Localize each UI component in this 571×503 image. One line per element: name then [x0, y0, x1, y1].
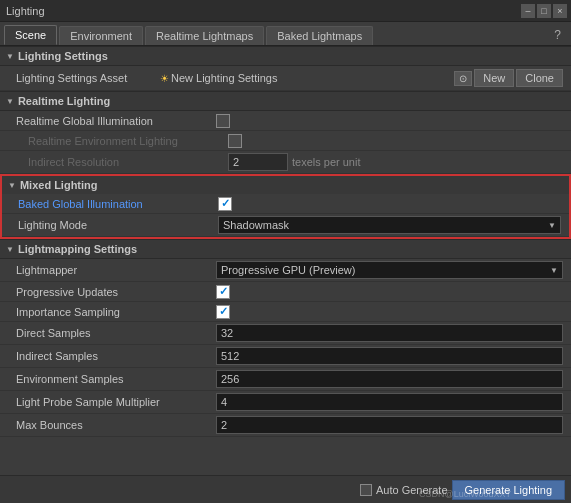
sun-icon: ☀	[160, 73, 169, 84]
direct-samples-input[interactable]	[216, 324, 563, 342]
lightmapper-value-text: Progressive GPU (Preview)	[221, 264, 355, 276]
main-content: ▼ Lighting Settings Lighting Settings As…	[0, 46, 571, 499]
direct-samples-value	[216, 324, 563, 342]
lighting-mode-row: Lighting Mode Shadowmask ▼	[2, 214, 569, 237]
baked-gi-value	[218, 197, 561, 211]
max-bounces-label: Max Bounces	[16, 419, 216, 431]
indirect-samples-input[interactable]	[216, 347, 563, 365]
lighting-mode-dropdown[interactable]: Shadowmask ▼	[218, 216, 561, 234]
mixed-lighting-section: ▼ Mixed Lighting Baked Global Illuminati…	[0, 174, 571, 239]
realtime-global-checkbox[interactable]	[216, 114, 230, 128]
realtime-global-row: Realtime Global Illumination	[0, 111, 571, 131]
indirect-resolution-input[interactable]	[228, 153, 288, 171]
window-controls: – □ ×	[521, 4, 567, 18]
generate-lighting-button[interactable]: Generate Lighting	[452, 480, 565, 500]
lightmapping-settings-header[interactable]: ▼ Lightmapping Settings	[0, 239, 571, 259]
help-icon[interactable]: ?	[548, 26, 567, 44]
asset-name-text: New Lighting Settings	[171, 72, 277, 84]
environment-samples-row: Environment Samples	[0, 368, 571, 391]
realtime-env-checkbox[interactable]	[228, 134, 242, 148]
asset-row-label: Lighting Settings Asset	[16, 72, 156, 84]
auto-generate-label: Auto Generate	[376, 484, 448, 496]
lighting-mode-label: Lighting Mode	[18, 219, 218, 231]
lighting-mode-value: Shadowmask ▼	[218, 216, 561, 234]
realtime-env-label: Realtime Environment Lighting	[28, 135, 228, 147]
progressive-updates-checkbox[interactable]	[216, 285, 230, 299]
texels-label: texels per unit	[292, 156, 360, 168]
tab-realtime-lightmaps[interactable]: Realtime Lightmaps	[145, 26, 264, 45]
window-title: Lighting	[6, 5, 45, 17]
new-button[interactable]: New	[474, 69, 514, 87]
light-probe-label: Light Probe Sample Multiplier	[16, 396, 216, 408]
indirect-resolution-value: texels per unit	[228, 153, 563, 171]
lighting-mode-value-text: Shadowmask	[223, 219, 289, 231]
realtime-lighting-header[interactable]: ▼ Realtime Lighting	[0, 91, 571, 111]
environment-samples-input[interactable]	[216, 370, 563, 388]
tab-scene[interactable]: Scene	[4, 25, 57, 45]
lightmapping-settings-title: Lightmapping Settings	[18, 243, 137, 255]
max-bounces-value	[216, 416, 563, 434]
chevron-down-icon: ▼	[6, 52, 14, 61]
baked-gi-label: Baked Global Illumination	[18, 198, 218, 210]
asset-dot-button[interactable]: ⊙	[454, 71, 472, 86]
lightmapper-label: Lightmapper	[16, 264, 216, 276]
progressive-updates-row: Progressive Updates	[0, 282, 571, 302]
close-button[interactable]: ×	[553, 4, 567, 18]
realtime-global-label: Realtime Global Illumination	[16, 115, 216, 127]
realtime-env-row: Realtime Environment Lighting	[0, 131, 571, 151]
lightmapper-row: Lightmapper Progressive GPU (Preview) ▼	[0, 259, 571, 282]
clone-button[interactable]: Clone	[516, 69, 563, 87]
baked-gi-checkbox[interactable]	[218, 197, 232, 211]
chevron-down-icon-4: ▼	[6, 245, 14, 254]
bottom-bar: Auto Generate Generate Lighting	[0, 475, 571, 503]
chevron-down-icon-3: ▼	[8, 181, 16, 190]
progressive-updates-label: Progressive Updates	[16, 286, 216, 298]
importance-sampling-label: Importance Sampling	[16, 306, 216, 318]
auto-generate-row: Auto Generate	[360, 484, 448, 496]
dropdown-arrow-icon: ▼	[548, 221, 556, 230]
tabs-bar: Scene Environment Realtime Lightmaps Bak…	[0, 22, 571, 46]
mixed-lighting-title: Mixed Lighting	[20, 179, 98, 191]
light-probe-value	[216, 393, 563, 411]
indirect-resolution-label: Indirect Resolution	[28, 156, 228, 168]
lightmapper-dropdown[interactable]: Progressive GPU (Preview) ▼	[216, 261, 563, 279]
environment-samples-value	[216, 370, 563, 388]
max-bounces-input[interactable]	[216, 416, 563, 434]
baked-gi-row: Baked Global Illumination	[2, 194, 569, 214]
lighting-settings-title: Lighting Settings	[18, 50, 108, 62]
realtime-env-value	[228, 134, 563, 148]
indirect-samples-row: Indirect Samples	[0, 345, 571, 368]
auto-generate-checkbox[interactable]	[360, 484, 372, 496]
light-probe-input[interactable]	[216, 393, 563, 411]
tab-baked-lightmaps[interactable]: Baked Lightmaps	[266, 26, 373, 45]
minimize-button[interactable]: –	[521, 4, 535, 18]
direct-samples-row: Direct Samples	[0, 322, 571, 345]
indirect-samples-value	[216, 347, 563, 365]
mixed-lighting-header[interactable]: ▼ Mixed Lighting	[2, 176, 569, 194]
lighting-settings-asset-row: Lighting Settings Asset ☀ New Lighting S…	[0, 66, 571, 91]
environment-samples-label: Environment Samples	[16, 373, 216, 385]
asset-value-container: ☀ New Lighting Settings ⊙ New Clone	[160, 69, 563, 87]
lighting-settings-header[interactable]: ▼ Lighting Settings	[0, 46, 571, 66]
indirect-resolution-row: Indirect Resolution texels per unit	[0, 151, 571, 174]
realtime-global-value	[216, 114, 563, 128]
lightmapper-value: Progressive GPU (Preview) ▼	[216, 261, 563, 279]
maximize-button[interactable]: □	[537, 4, 551, 18]
realtime-lighting-title: Realtime Lighting	[18, 95, 110, 107]
importance-sampling-row: Importance Sampling	[0, 302, 571, 322]
tab-environment[interactable]: Environment	[59, 26, 143, 45]
dropdown-arrow-icon-2: ▼	[550, 266, 558, 275]
max-bounces-row: Max Bounces	[0, 414, 571, 437]
chevron-down-icon-2: ▼	[6, 97, 14, 106]
importance-sampling-checkbox[interactable]	[216, 305, 230, 319]
progressive-updates-value	[216, 285, 563, 299]
title-bar: Lighting – □ ×	[0, 0, 571, 22]
importance-sampling-value	[216, 305, 563, 319]
light-probe-row: Light Probe Sample Multiplier	[0, 391, 571, 414]
direct-samples-label: Direct Samples	[16, 327, 216, 339]
indirect-samples-label: Indirect Samples	[16, 350, 216, 362]
